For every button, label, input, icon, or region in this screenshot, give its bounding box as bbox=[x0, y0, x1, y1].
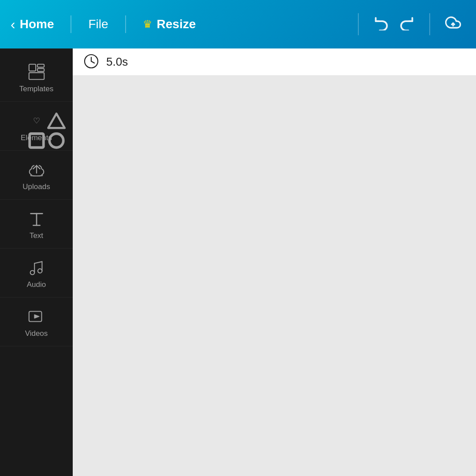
canvas-toolbar: 5.0s bbox=[73, 48, 476, 76]
file-button[interactable]: File bbox=[88, 17, 108, 31]
resize-label: Resize bbox=[157, 17, 196, 31]
canvas-area: 5.0s bbox=[73, 48, 476, 476]
timer-icon bbox=[83, 53, 99, 71]
cloud-save-icon bbox=[445, 15, 461, 30]
back-arrow-icon: ‹ bbox=[11, 16, 15, 33]
sidebar-item-videos[interactable]: Videos bbox=[0, 298, 73, 346]
canvas-surface[interactable] bbox=[73, 76, 476, 476]
topbar-right bbox=[352, 13, 465, 35]
svg-line-20 bbox=[91, 61, 94, 63]
sidebar-item-uploads[interactable]: Uploads bbox=[0, 151, 73, 200]
resize-button[interactable]: ♛ Resize bbox=[143, 17, 196, 31]
svg-point-11 bbox=[30, 271, 34, 275]
sidebar-item-elements[interactable]: ♡ bbox=[0, 102, 73, 151]
svg-rect-1 bbox=[37, 64, 44, 67]
uploads-icon bbox=[27, 160, 46, 179]
topbar-divider-v bbox=[358, 13, 359, 35]
svg-rect-2 bbox=[29, 73, 44, 79]
sidebar-item-text[interactable]: Text bbox=[0, 200, 73, 249]
svg-marker-4 bbox=[48, 114, 64, 128]
templates-label: Templates bbox=[19, 85, 53, 93]
undo-icon bbox=[374, 15, 390, 30]
templates-icon bbox=[27, 63, 46, 81]
main-area: Templates ♡ bbox=[0, 48, 476, 476]
home-label: Home bbox=[20, 17, 54, 31]
topbar-divider-1 bbox=[71, 15, 71, 33]
uploads-label: Uploads bbox=[22, 182, 50, 191]
svg-rect-3 bbox=[37, 68, 44, 71]
elements-label: Elements bbox=[21, 134, 52, 142]
svg-line-15 bbox=[34, 262, 42, 264]
undo-button[interactable] bbox=[374, 15, 390, 34]
text-label: Text bbox=[30, 231, 43, 240]
svg-rect-0 bbox=[29, 64, 35, 71]
sidebar-item-templates[interactable]: Templates bbox=[0, 53, 73, 102]
timer-value: 5.0s bbox=[106, 55, 128, 69]
crown-icon: ♛ bbox=[143, 18, 152, 30]
sidebar: Templates ♡ bbox=[0, 48, 73, 476]
topbar: ‹ Home File ♛ Resize bbox=[0, 0, 476, 48]
svg-marker-17 bbox=[34, 315, 39, 318]
svg-point-12 bbox=[37, 269, 42, 273]
videos-label: Videos bbox=[25, 329, 48, 338]
text-icon bbox=[27, 209, 46, 228]
sidebar-item-audio[interactable]: Audio bbox=[0, 249, 73, 298]
redo-button[interactable] bbox=[398, 15, 414, 34]
save-cloud-button[interactable] bbox=[445, 15, 461, 34]
elements-icon: ♡ bbox=[27, 112, 46, 130]
topbar-divider-v2 bbox=[429, 13, 430, 35]
topbar-divider-2 bbox=[125, 15, 126, 33]
redo-icon bbox=[398, 15, 414, 30]
videos-icon bbox=[27, 307, 46, 326]
audio-label: Audio bbox=[27, 280, 46, 289]
audio-icon bbox=[27, 258, 46, 277]
topbar-left: ‹ Home File ♛ Resize bbox=[11, 15, 352, 33]
home-button[interactable]: ‹ Home bbox=[11, 16, 54, 33]
